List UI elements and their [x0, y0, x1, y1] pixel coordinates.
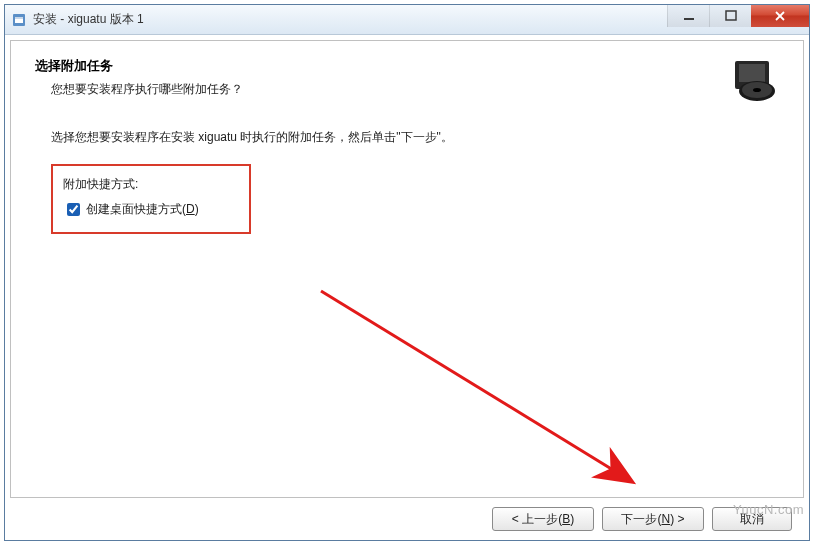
close-icon [773, 9, 787, 23]
shortcuts-group-highlight: 附加快捷方式: 创建桌面快捷方式(D) [51, 164, 251, 234]
svg-rect-4 [726, 11, 736, 20]
titlebar[interactable]: 安装 - xiguatu 版本 1 [5, 5, 809, 35]
minimize-icon [683, 10, 695, 22]
content-panel: 选择附加任务 您想要安装程序执行哪些附加任务？ 选择您想要安装程序在安装 xig… [10, 40, 804, 498]
installer-window: 安装 - xiguatu 版本 1 选择附加任务 您想要安装程序执行哪些附加任务… [4, 4, 810, 541]
back-button[interactable]: < 上一步(B) [492, 507, 594, 531]
desktop-shortcut-row: 创建桌面快捷方式(D) [63, 201, 239, 218]
svg-point-11 [753, 88, 761, 92]
shortcuts-group-label: 附加快捷方式: [63, 176, 239, 193]
minimize-button[interactable] [667, 5, 709, 27]
maximize-button[interactable] [709, 5, 751, 27]
installer-icon [11, 12, 27, 28]
header-text: 选择附加任务 您想要安装程序执行哪些附加任务？ [35, 57, 717, 98]
content-outer: 选择附加任务 您想要安装程序执行哪些附加任务？ 选择您想要安装程序在安装 xig… [5, 35, 809, 540]
svg-rect-2 [15, 17, 23, 19]
wizard-button-bar: < 上一步(B) 下一步(N) > 取消 [10, 498, 804, 540]
watermark-text: YuucN.com [733, 502, 804, 517]
desktop-shortcut-label[interactable]: 创建桌面快捷方式(D) [86, 201, 199, 218]
svg-rect-3 [684, 18, 694, 20]
next-button[interactable]: 下一步(N) > [602, 507, 704, 531]
close-button[interactable] [751, 5, 809, 27]
window-controls [667, 5, 809, 34]
setup-disc-icon [729, 57, 779, 105]
svg-line-12 [321, 291, 631, 481]
svg-rect-8 [739, 64, 765, 82]
page-subtitle: 您想要安装程序执行哪些附加任务？ [35, 81, 717, 98]
desktop-shortcut-checkbox[interactable] [67, 203, 80, 216]
page-title: 选择附加任务 [35, 57, 717, 75]
annotation-arrow [311, 281, 691, 501]
page-header: 选择附加任务 您想要安装程序执行哪些附加任务？ [35, 57, 779, 105]
instruction-text: 选择您想要安装程序在安装 xiguatu 时执行的附加任务，然后单击"下一步"。 [35, 129, 779, 146]
maximize-icon [725, 10, 737, 22]
window-title: 安装 - xiguatu 版本 1 [33, 11, 667, 28]
